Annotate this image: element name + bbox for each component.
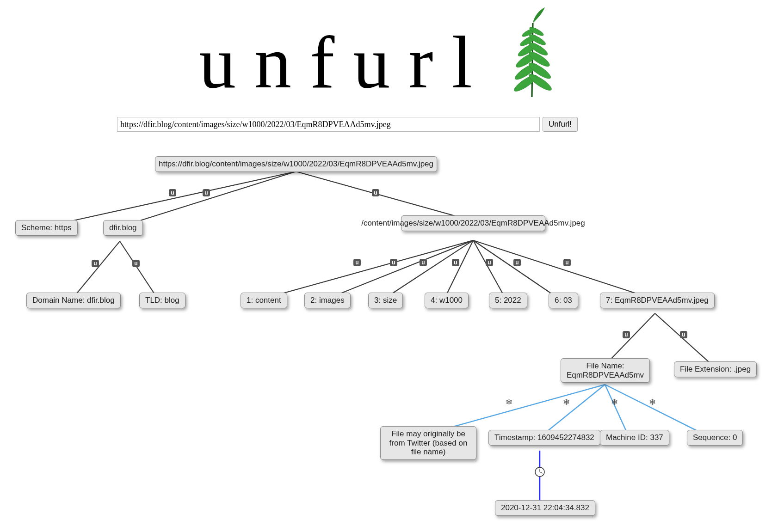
svg-text:u: u (488, 259, 491, 266)
svg-text:❄: ❄ (563, 397, 570, 407)
svg-line-15 (72, 241, 120, 300)
node-seg-5[interactable]: 5: 2022 (489, 293, 527, 308)
node-machine-id[interactable]: Machine ID: 337 (600, 430, 669, 446)
svg-line-28 (605, 385, 629, 437)
node-seg-4[interactable]: 4: w1000 (425, 293, 469, 308)
svg-rect-43 (390, 259, 397, 266)
svg-rect-55 (623, 331, 630, 338)
svg-rect-41 (353, 259, 361, 266)
svg-rect-35 (372, 189, 379, 196)
svg-text:u: u (515, 259, 519, 266)
svg-rect-37 (92, 260, 99, 267)
svg-rect-45 (420, 259, 427, 266)
svg-text:u: u (421, 259, 425, 266)
fern-icon (509, 5, 555, 97)
svg-text:❄: ❄ (611, 397, 618, 407)
svg-line-24 (605, 313, 655, 365)
app-logo: unfurl (199, 5, 523, 97)
svg-line-13 (120, 171, 296, 227)
svg-text:u: u (171, 190, 174, 196)
svg-text:u: u (93, 260, 97, 267)
svg-line-65 (540, 472, 543, 473)
svg-rect-47 (452, 259, 459, 266)
svg-text:u: u (624, 331, 628, 338)
svg-line-29 (605, 385, 710, 437)
svg-rect-49 (486, 259, 493, 266)
node-root-url[interactable]: https://dfir.blog/content/images/size/w1… (155, 156, 437, 172)
node-twitter-hint[interactable]: File may originally be from Twitter (bas… (380, 426, 476, 460)
svg-rect-31 (169, 189, 176, 196)
node-file-ext[interactable]: File Extension: .jpeg (674, 361, 757, 377)
node-domain-name[interactable]: Domain Name: dfir.blog (26, 293, 121, 308)
svg-line-12 (44, 171, 296, 227)
url-form: Unfurl! (117, 117, 578, 132)
svg-text:❄: ❄ (506, 397, 512, 407)
svg-line-27 (540, 385, 605, 437)
svg-rect-51 (513, 259, 521, 266)
svg-text:u: u (682, 331, 685, 338)
node-file-name[interactable]: File Name: EqmR8DPVEAAd5mv (561, 358, 650, 383)
svg-line-17 (260, 240, 473, 300)
node-seg-3[interactable]: 3: size (368, 293, 403, 308)
app-name-text: unfurl (199, 25, 491, 99)
node-seg-6[interactable]: 6: 03 (549, 293, 578, 308)
node-timestamp[interactable]: Timestamp: 1609452274832 (488, 430, 600, 446)
svg-line-18 (325, 240, 473, 300)
svg-point-63 (535, 467, 544, 477)
node-seg-7[interactable]: 7: EqmR8DPVEAAd5mv.jpeg (600, 293, 715, 308)
svg-text:u: u (204, 190, 208, 196)
svg-rect-33 (203, 189, 210, 196)
node-path[interactable]: /content/images/size/w1000/2022/03/EqmR8… (401, 215, 545, 231)
svg-line-23 (473, 240, 655, 300)
svg-line-16 (120, 241, 158, 300)
node-seg-1[interactable]: 1: content (241, 293, 287, 308)
node-tld[interactable]: TLD: blog (139, 293, 185, 308)
svg-line-14 (296, 171, 473, 221)
node-host[interactable]: dfir.blog (103, 220, 143, 236)
svg-rect-57 (680, 331, 687, 338)
svg-line-21 (473, 240, 506, 300)
svg-rect-39 (132, 260, 140, 267)
svg-text:❄: ❄ (649, 397, 656, 407)
svg-text:u: u (355, 259, 358, 266)
svg-text:u: u (565, 259, 568, 266)
svg-rect-53 (563, 259, 571, 266)
node-timestamp-decoded[interactable]: 2020-12-31 22:04:34.832 (495, 500, 595, 516)
node-seg-2[interactable]: 2: images (304, 293, 351, 308)
svg-text:u: u (374, 190, 377, 196)
svg-text:u: u (134, 260, 137, 267)
svg-line-20 (444, 240, 473, 300)
svg-line-19 (383, 240, 473, 300)
svg-text:u: u (392, 259, 395, 266)
node-scheme[interactable]: Scheme: https (15, 220, 78, 236)
node-sequence[interactable]: Sequence: 0 (687, 430, 743, 446)
svg-text:u: u (454, 259, 457, 266)
svg-line-25 (655, 313, 712, 365)
svg-line-22 (473, 240, 560, 300)
url-input[interactable] (117, 117, 540, 132)
unfurl-button[interactable]: Unfurl! (543, 117, 578, 132)
